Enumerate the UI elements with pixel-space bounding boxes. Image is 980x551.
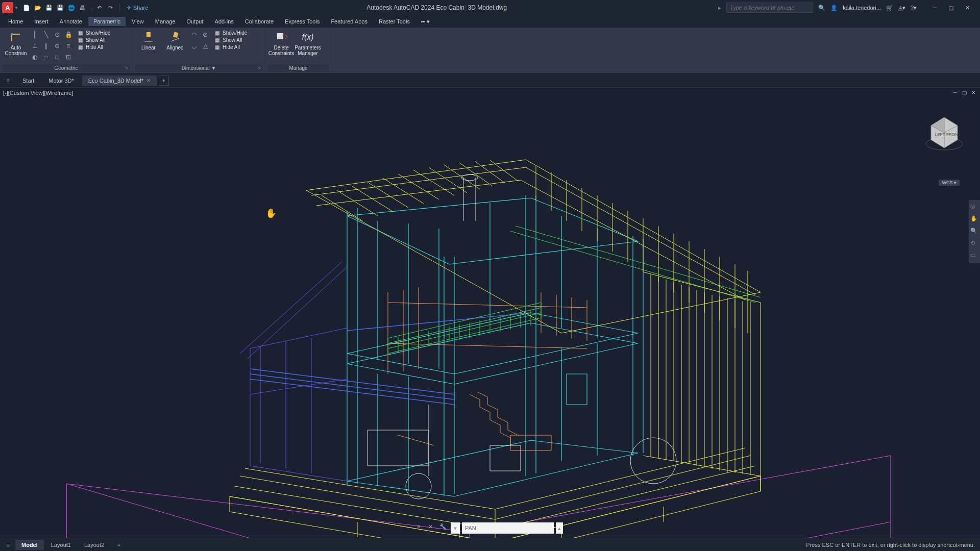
cmd-close-icon[interactable]: ✕: [428, 523, 437, 533]
search-icon[interactable]: 🔍: [818, 5, 825, 11]
dim-constraint-2[interactable]: ⊘: [200, 30, 210, 40]
app-switcher-icon[interactable]: ◬▾: [898, 5, 905, 11]
tab-start[interactable]: Start: [16, 76, 40, 86]
drawing-canvas[interactable]: [0, 88, 980, 538]
menu-addins[interactable]: Add-ins: [210, 17, 239, 26]
view-label[interactable]: [-][Custom View][Wireframe]: [3, 90, 73, 96]
tab-layout1[interactable]: Layout1: [45, 540, 77, 550]
delete-constraints-button[interactable]: ✕ Delete Constraints: [268, 30, 294, 57]
menu-express[interactable]: Express Tools: [280, 17, 325, 26]
svg-line-4: [171, 38, 179, 41]
menu-overflow[interactable]: ▪▪ ▾: [416, 17, 435, 27]
menu-collaborate[interactable]: Collaborate: [240, 17, 279, 26]
menu-featured[interactable]: Featured Apps: [326, 17, 373, 26]
dim-showhide-button[interactable]: ▦Show/Hide: [211, 30, 249, 36]
dim-constraint-4[interactable]: △: [200, 41, 210, 51]
tab-model[interactable]: Model: [15, 540, 44, 550]
save-icon[interactable]: 💾: [45, 4, 53, 12]
command-input[interactable]: [462, 522, 554, 534]
geo-constraint-6[interactable]: ⊖: [52, 41, 62, 51]
svg-line-72: [352, 186, 393, 212]
geo-constraint-11[interactable]: ≡: [63, 41, 74, 51]
geo-constraint-1[interactable]: │: [30, 30, 40, 40]
wcs-badge[interactable]: WCS ▾: [939, 180, 960, 186]
close-button[interactable]: ✕: [960, 2, 975, 13]
dim-hideall-icon: ▦: [213, 44, 220, 50]
search-arrow-icon: ▸: [718, 5, 721, 11]
tab-ecocabin[interactable]: Eco Cabin_3D Model* ✕: [82, 76, 157, 86]
auto-constrain-label: Auto Constrain: [5, 45, 27, 56]
share-button[interactable]: ✈ Share: [124, 4, 151, 12]
nav-pan-icon[interactable]: ✋: [970, 215, 978, 223]
cmd-lines-icon[interactable]: ≡: [417, 523, 426, 533]
add-tab-button[interactable]: +: [159, 76, 169, 86]
geo-constraint-12[interactable]: ⊡: [63, 52, 74, 62]
new-icon[interactable]: 📄: [22, 4, 31, 12]
undo-icon[interactable]: ↶: [95, 4, 104, 12]
dim-hideall-button[interactable]: ▦Hide All: [211, 44, 249, 51]
dim-showall-button[interactable]: ▦Show All: [211, 37, 249, 43]
geo-constraint-5[interactable]: ∥: [41, 41, 51, 51]
status-message: Press ESC or ENTER to exit, or right-cli…: [801, 542, 980, 548]
tab-close-icon[interactable]: ✕: [146, 78, 151, 83]
aligned-button[interactable]: Aligned: [162, 30, 188, 52]
vp-maximize-icon[interactable]: ▢: [961, 90, 968, 97]
saveas-icon[interactable]: 💾: [56, 4, 64, 12]
nav-orbit-icon[interactable]: ⟲: [970, 240, 978, 248]
menu-view[interactable]: View: [127, 17, 149, 26]
dim-constraint-3[interactable]: ◡: [189, 41, 199, 51]
geo-constraint-2[interactable]: ╲: [41, 30, 51, 40]
maximize-button[interactable]: ▢: [943, 2, 959, 13]
geo-hideall-button[interactable]: ▦Hide All: [75, 44, 112, 51]
menu-manage[interactable]: Manage: [150, 17, 181, 26]
search-input[interactable]: [726, 3, 813, 13]
pan-cursor-icon: ✋: [265, 208, 277, 219]
geo-showall-button[interactable]: ▦Show All: [75, 37, 112, 43]
geo-constraint-9[interactable]: □: [52, 52, 62, 62]
web-icon[interactable]: 🌐: [67, 4, 76, 12]
nav-showmotion-icon[interactable]: ▭: [970, 252, 978, 260]
dim-constraint-1[interactable]: ◠: [189, 30, 199, 40]
menu-parametric[interactable]: Parametric: [88, 17, 126, 26]
nav-zoom-icon[interactable]: 🔍: [970, 228, 978, 236]
cart-icon[interactable]: 🛒: [886, 5, 893, 11]
geo-constraint-7[interactable]: ◐: [30, 52, 40, 62]
layout-menu-icon[interactable]: ≡: [2, 540, 14, 550]
geo-constraint-3[interactable]: ⊙: [52, 30, 62, 40]
geo-lock-icon[interactable]: 🔒: [63, 30, 74, 40]
panel-dimensional-title[interactable]: Dimensional ▼↘: [135, 64, 263, 72]
minimize-button[interactable]: ─: [927, 2, 942, 13]
geo-showhide-button[interactable]: ▦Show/Hide: [75, 30, 112, 36]
geo-constraint-4[interactable]: ⊥: [30, 41, 40, 51]
hamburger-icon[interactable]: ≡: [2, 76, 14, 86]
linear-button[interactable]: Linear: [136, 30, 161, 52]
add-layout-button[interactable]: +: [111, 540, 127, 550]
panel-geometric-title[interactable]: Geometric↘: [2, 64, 130, 72]
vp-minimize-icon[interactable]: ─: [951, 90, 959, 97]
viewport[interactable]: [-][Custom View][Wireframe] ─ ▢ ✕ ✋: [0, 88, 980, 538]
auto-constrain-button[interactable]: Auto Constrain: [3, 30, 29, 57]
cmd-expand-icon[interactable]: ▴: [556, 522, 563, 534]
parameters-manager-button[interactable]: f(x) Parameters Manager: [295, 30, 321, 57]
username-label[interactable]: kaila.tenedori...: [843, 5, 881, 11]
plot-icon[interactable]: 🖶: [79, 4, 87, 12]
svg-marker-53: [388, 303, 541, 354]
open-icon[interactable]: 📂: [34, 4, 42, 12]
app-logo[interactable]: A: [2, 2, 13, 13]
menu-output[interactable]: Output: [182, 17, 209, 26]
menu-insert[interactable]: Insert: [29, 17, 54, 26]
tab-layout2[interactable]: Layout2: [78, 540, 110, 550]
menu-annotate[interactable]: Annotate: [55, 17, 87, 26]
linear-icon: [142, 31, 155, 44]
redo-icon[interactable]: ↷: [107, 4, 115, 12]
geo-constraint-8[interactable]: ═: [41, 52, 51, 62]
cmd-customize-icon[interactable]: 🔧: [439, 523, 449, 533]
cmd-recent-icon[interactable]: ▾: [451, 522, 460, 534]
tab-motor3d[interactable]: Motor 3D*: [42, 76, 80, 86]
menu-raster[interactable]: Raster Tools: [374, 17, 415, 26]
vp-close-icon[interactable]: ✕: [970, 90, 977, 97]
help-icon[interactable]: ?▾: [911, 5, 917, 11]
menu-home[interactable]: Home: [3, 17, 28, 26]
viewcube[interactable]: LEFT FRONT: [924, 113, 965, 154]
nav-wheel-icon[interactable]: ◎: [970, 203, 978, 211]
